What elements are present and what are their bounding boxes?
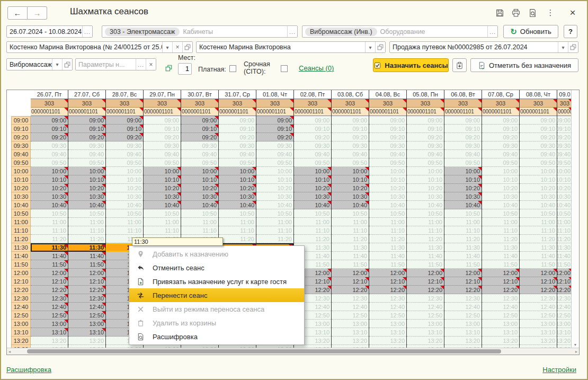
slot-cell[interactable]: 12:50 bbox=[482, 311, 519, 320]
assign-sessions-button[interactable]: Назначить сеансы bbox=[373, 58, 449, 72]
slot-cell[interactable]: 09:20 bbox=[31, 133, 68, 142]
slot-cell[interactable]: 09:50 bbox=[68, 158, 105, 167]
slot-cell[interactable]: 11:30 bbox=[520, 243, 557, 252]
help-button[interactable]: ? bbox=[564, 25, 577, 38]
slot-cell[interactable]: 11:30 bbox=[444, 243, 482, 252]
slot-cell[interactable]: 10:20 bbox=[407, 184, 444, 192]
slot-cell[interactable]: 11:20 bbox=[256, 235, 293, 243]
slot-cell[interactable]: 11:00 bbox=[369, 218, 406, 226]
slot-cell[interactable]: 13:10 bbox=[407, 328, 444, 337]
slot-cell[interactable]: 10:20 bbox=[219, 184, 256, 192]
slot-cell[interactable]: 10:20 bbox=[31, 184, 68, 192]
slot-cell[interactable]: 12:20 bbox=[68, 286, 105, 294]
slot-cell[interactable]: 11:40 bbox=[407, 252, 444, 260]
slot-cell[interactable]: 10:50 bbox=[181, 209, 218, 218]
slot-cell[interactable]: 10:10 bbox=[256, 175, 293, 184]
slot-cell[interactable]: 12:20 bbox=[31, 286, 68, 294]
sale-doc-dropdown-button[interactable]: ▾ bbox=[558, 42, 568, 52]
slot-cell[interactable]: 12:30 bbox=[68, 294, 105, 303]
slot-cell[interactable]: 10:40 bbox=[407, 201, 444, 209]
menu-item[interactable]: Привязать назначение услуг к карте гостя bbox=[129, 275, 304, 288]
slot-cell[interactable]: 11:30 bbox=[407, 243, 444, 252]
slot-cell[interactable]: 09:30 bbox=[68, 142, 105, 150]
slot-cell[interactable]: 13:10 bbox=[332, 328, 369, 337]
slot-cell[interactable]: 13:00 bbox=[444, 320, 482, 328]
slot-cell[interactable]: 11:10 bbox=[407, 226, 444, 235]
slot-cell[interactable]: 11:10 bbox=[369, 226, 406, 235]
slot-cell[interactable]: 10:10 bbox=[407, 175, 444, 184]
slot-cell[interactable]: 10:00 bbox=[444, 167, 482, 175]
slot-cell[interactable]: 10:00 bbox=[520, 167, 557, 175]
slot-cell[interactable]: 10:00 bbox=[144, 167, 181, 175]
slot-cell[interactable]: 10:10 bbox=[181, 175, 218, 184]
slot-cell[interactable]: 09:40 bbox=[444, 150, 482, 158]
slot-cell[interactable]: 11:50 bbox=[369, 260, 406, 269]
slot-cell[interactable]: 11:30 bbox=[482, 243, 519, 252]
slot-cell[interactable]: 11:20 bbox=[68, 235, 105, 243]
slot-cell[interactable]: 11:50 bbox=[482, 260, 519, 269]
slot-cell[interactable]: 10:40 bbox=[369, 201, 406, 209]
slot-cell[interactable]: 09:30 bbox=[482, 142, 519, 150]
slot-cell[interactable]: 09:10 bbox=[106, 125, 143, 133]
slot-cell[interactable]: 09:10 bbox=[369, 125, 406, 133]
slot-cell[interactable]: 10:10 bbox=[369, 175, 406, 184]
slot-cell[interactable]: 09:50 bbox=[106, 158, 143, 167]
slot-cell[interactable]: 12:00 bbox=[520, 269, 557, 277]
slot-cell[interactable]: 09:40 bbox=[144, 150, 181, 158]
settings-link[interactable]: Настройки bbox=[542, 366, 576, 374]
slot-cell[interactable]: 12:30 bbox=[369, 294, 406, 303]
slot-cell[interactable]: 10:10 bbox=[31, 175, 68, 184]
slot-cell[interactable]: 09:40 bbox=[369, 150, 406, 158]
slot-cell[interactable]: 11:40 bbox=[68, 252, 105, 260]
slot-cell[interactable]: 11:30 bbox=[369, 243, 406, 252]
slot-cell[interactable]: 10:40 bbox=[482, 201, 519, 209]
slot-cell[interactable]: 11:10 bbox=[444, 226, 482, 235]
slot-cell[interactable]: 13:20 bbox=[31, 337, 68, 345]
service-combo[interactable]: Вибромассаж ▾ bbox=[6, 58, 73, 70]
slot-cell[interactable]: 09:00 bbox=[106, 116, 143, 125]
slot-cell[interactable]: 13:00 bbox=[407, 320, 444, 328]
slot-cell[interactable]: 10:30 bbox=[219, 192, 256, 201]
slot-cell[interactable]: 09:40 bbox=[256, 150, 293, 158]
slot-cell[interactable]: 09:00 bbox=[144, 116, 181, 125]
slot-cell[interactable]: 10:40 bbox=[106, 201, 143, 209]
slot-cell[interactable]: 11:00 bbox=[106, 218, 143, 226]
more-menu-button[interactable]: ⋮ bbox=[545, 7, 556, 18]
slot-cell[interactable]: 09:40 bbox=[68, 150, 105, 158]
slot-cell[interactable]: 11:30 bbox=[68, 243, 105, 252]
slot-cell[interactable]: 10:10 bbox=[482, 175, 519, 184]
slot-cell[interactable]: 13:10 bbox=[482, 328, 519, 337]
slot-cell[interactable]: 10:40 bbox=[144, 201, 181, 209]
preview-button[interactable] bbox=[527, 7, 538, 18]
slot-cell[interactable]: 10:20 bbox=[369, 184, 406, 192]
slot-cell[interactable]: 12:30 bbox=[482, 294, 519, 303]
horizontal-scrollbar[interactable]: ◂ ▸ bbox=[7, 348, 579, 355]
slot-cell[interactable]: 11:00 bbox=[31, 218, 68, 226]
slot-cell[interactable]: 11:10 bbox=[520, 226, 557, 235]
save-button[interactable] bbox=[494, 7, 505, 18]
slot-cell[interactable]: 09:10 bbox=[482, 125, 519, 133]
slot-cell[interactable]: 10:20 bbox=[332, 184, 369, 192]
slot-cell[interactable]: 10:10 bbox=[68, 175, 105, 184]
equipment-more-button[interactable]: ... bbox=[487, 26, 497, 37]
slot-cell[interactable]: 11:50 bbox=[31, 260, 68, 269]
slot-cell[interactable]: 11:20 bbox=[294, 235, 331, 243]
slot-cell[interactable]: 11:40 bbox=[520, 252, 557, 260]
slot-cell[interactable]: 11:40 bbox=[444, 252, 482, 260]
slot-cell[interactable]: 10:00 bbox=[256, 167, 293, 175]
slot-cell[interactable]: 09:00 bbox=[482, 116, 519, 125]
slot-cell[interactable]: 11:00 bbox=[332, 218, 369, 226]
slot-cell[interactable]: 10:30 bbox=[68, 192, 105, 201]
slot-cell[interactable]: 09:50 bbox=[144, 158, 181, 167]
slot-cell[interactable]: 11:20 bbox=[520, 235, 557, 243]
slot-cell[interactable]: 09:30 bbox=[332, 142, 369, 150]
slot-cell[interactable]: 10:00 bbox=[68, 167, 105, 175]
slot-cell[interactable]: 13:20 bbox=[520, 337, 557, 345]
slot-cell[interactable]: 09:10 bbox=[332, 125, 369, 133]
slot-cell[interactable]: 12:30 bbox=[557, 294, 571, 303]
slot-cell[interactable]: 09:50 bbox=[520, 158, 557, 167]
slot-cell[interactable]: 10:50 bbox=[294, 209, 331, 218]
sale-doc-combo[interactable]: Продажа путевок №00002985 от 26.07.2024 … bbox=[389, 41, 578, 53]
slot-cell[interactable]: 12:10 bbox=[369, 277, 406, 286]
slot-cell[interactable]: 10:10 bbox=[106, 175, 143, 184]
